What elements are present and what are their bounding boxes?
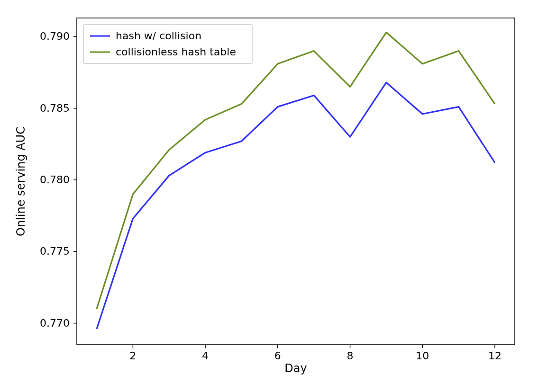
- y-tick-label: 0.780: [40, 174, 70, 186]
- y-tick-label: 0.775: [40, 245, 70, 257]
- x-tick-label: 4: [202, 350, 209, 362]
- series-line: [97, 82, 495, 329]
- y-tick-label: 0.790: [40, 30, 70, 42]
- line-chart: 246810120.7700.7750.7800.7850.790DayOnli…: [0, 0, 547, 392]
- x-axis-label: Day: [284, 362, 307, 375]
- series-line: [97, 32, 495, 309]
- legend-label: collisionless hash table: [116, 46, 236, 58]
- y-axis-label: Online serving AUC: [14, 126, 27, 236]
- x-tick-label: 12: [488, 350, 501, 362]
- x-tick-label: 6: [274, 350, 281, 362]
- y-tick-label: 0.785: [40, 102, 70, 114]
- x-tick-label: 2: [129, 350, 136, 362]
- legend-label: hash w/ collision: [116, 30, 201, 42]
- y-tick-label: 0.770: [40, 317, 70, 329]
- x-tick-label: 8: [347, 350, 354, 362]
- chart-svg: 246810120.7700.7750.7800.7850.790DayOnli…: [0, 0, 547, 392]
- x-tick-label: 10: [416, 350, 429, 362]
